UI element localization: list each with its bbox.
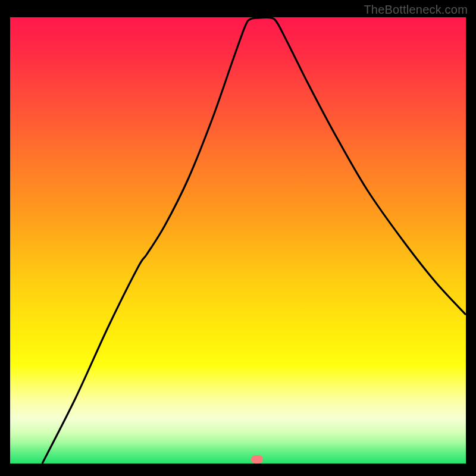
plot-area: [10, 17, 466, 464]
plot-svg: [10, 17, 466, 464]
watermark-text: TheBottleneck.com: [364, 3, 468, 17]
bottleneck-marker: [251, 455, 263, 464]
gradient-rect: [10, 17, 466, 464]
chart-container: TheBottleneck.com: [0, 0, 476, 476]
